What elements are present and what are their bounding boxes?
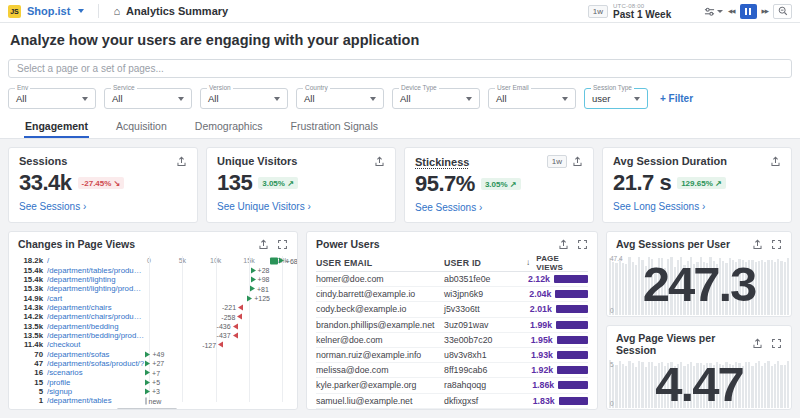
filter-dropdown-session-type[interactable]: Session Typeuser <box>584 88 648 109</box>
see-link[interactable]: See Sessions <box>415 202 482 213</box>
user-id-cell: dkfixgxsf <box>444 396 526 406</box>
page-views-count: 1 <box>17 396 43 405</box>
filter-dropdown-version[interactable]: VersionAll <box>200 88 288 109</box>
chevron-down-icon <box>562 97 568 101</box>
export-icon[interactable] <box>752 239 763 250</box>
filter-dropdown-user-email[interactable]: User EmailAll <box>488 88 576 109</box>
page-views-bar <box>557 366 588 374</box>
page-path-link[interactable]: /cart <box>47 294 145 303</box>
page-path-link[interactable]: /department/chairs/product/? <box>47 312 145 321</box>
pause-button[interactable] <box>740 4 757 19</box>
table-row[interactable]: kelner@doe.com33e00b7c201.95k <box>316 333 588 348</box>
table-row[interactable]: norman.ruiz@example.infou8v3v8xh11.93k <box>316 348 588 363</box>
user-email-cell: samuel.liu@example.net <box>316 396 444 406</box>
expand-icon[interactable] <box>577 239 588 250</box>
page-path-link[interactable]: /department/lighting/product/? <box>47 284 145 293</box>
filter-label: Device Type <box>399 84 439 91</box>
page-path-link[interactable]: / <box>47 256 145 265</box>
arrow-left-icon <box>233 332 238 338</box>
column-header-user-email[interactable]: USER EMAIL <box>316 258 444 268</box>
time-forward-button[interactable]: ▶▶ <box>762 8 768 14</box>
card-title: Avg Session Duration <box>613 155 727 167</box>
change-badge: 3.05% ↗ <box>481 178 521 190</box>
filter-dropdown-service[interactable]: ServiceAll <box>104 88 192 109</box>
filter-bar: EnvAllServiceAllVersionAllCountryAllDevi… <box>0 80 800 115</box>
y-axis-max-label: 47.4 <box>610 255 623 262</box>
table-row[interactable]: melissa@doe.com8ff199cab61.92k <box>316 363 588 378</box>
app-switcher[interactable]: Shop.ist <box>27 5 70 17</box>
page-path-link[interactable]: /department/sofas <box>47 350 145 359</box>
see-link[interactable]: See Long Sessions <box>613 201 705 212</box>
page-path-link[interactable]: /scenarios <box>47 368 145 377</box>
expand-icon[interactable] <box>771 239 782 250</box>
table-row[interactable]: samuel.liu@example.netdkfixgxsf1.83k <box>316 394 588 409</box>
page-path-link[interactable]: /checkout <box>47 340 145 349</box>
export-icon[interactable] <box>752 338 763 349</box>
page-path-link[interactable]: /department/lighting <box>47 275 145 284</box>
changes-in-page-views-panel: Changes in Page Views <box>8 231 298 410</box>
user-id-cell: 33e00b7c20 <box>444 335 526 345</box>
tab-frustration-signals[interactable]: Frustration Signals <box>290 115 380 138</box>
page-path-link[interactable]: /department/tables <box>47 396 145 405</box>
export-icon[interactable] <box>258 239 269 250</box>
user-id-cell: j5v33o6tt <box>444 304 526 314</box>
export-icon[interactable] <box>176 156 187 167</box>
export-icon[interactable] <box>558 239 569 250</box>
page-search-input[interactable] <box>8 59 792 78</box>
change-value: +49 <box>152 351 164 358</box>
table-row[interactable]: brandon.phillips@example.net3uz091wav1.9… <box>316 318 588 333</box>
arrow-right-icon <box>247 295 252 301</box>
change-value: +125 <box>254 295 270 302</box>
time-range-picker[interactable]: UTC-08:00 Past 1 Week <box>613 3 699 20</box>
see-link[interactable]: See Sessions <box>19 201 86 212</box>
tab-demographics[interactable]: Demographics <box>194 115 264 138</box>
column-header-user-id[interactable]: USER ID <box>444 258 526 268</box>
expand-icon[interactable] <box>771 338 782 349</box>
filter-dropdown-env[interactable]: EnvAll <box>8 88 96 109</box>
chevron-down-icon <box>466 97 472 101</box>
filter-dropdown-device-type[interactable]: Device TypeAll <box>392 88 480 109</box>
table-row[interactable]: homer@doe.comab0351fe0e2.12k <box>316 272 588 287</box>
user-email-cell: melissa@doe.com <box>316 365 444 375</box>
table-header: USER EMAIL USER ID ↓ PAGE VIEWS <box>316 254 588 272</box>
page-path-link[interactable]: /department/tables/product/? <box>47 266 145 275</box>
column-header-page-views[interactable]: ↓ PAGE VIEWS <box>526 254 588 272</box>
see-link[interactable]: See Unique Visitors <box>217 201 311 212</box>
page-path-link[interactable]: /department/bedding <box>47 322 145 331</box>
arrow-left-icon <box>218 342 223 348</box>
export-icon[interactable] <box>374 156 385 167</box>
export-icon[interactable] <box>770 156 781 167</box>
page-views-count: 13.5k <box>17 331 43 340</box>
chevron-down-icon[interactable] <box>78 9 84 13</box>
panel-title: Changes in Page Views <box>18 238 135 250</box>
time-settings-button[interactable] <box>704 6 723 17</box>
page-path-link[interactable]: /department/bedding/product/? <box>47 331 145 340</box>
filter-dropdown-country[interactable]: CountryAll <box>296 88 384 109</box>
horizontal-scrollbar[interactable] <box>117 408 177 410</box>
filter-value: All <box>400 93 411 104</box>
filter-value: All <box>112 93 123 104</box>
filter-label: Service <box>111 84 137 91</box>
page-views-count: 16 <box>17 368 43 377</box>
top-bar: JS Shop.ist ⌂ Analytics Summary 1w UTC-0… <box>0 0 800 23</box>
table-row[interactable]: kyle.parker@example.orgra8ahqoqg1.86k <box>316 378 588 393</box>
arrow-right-icon <box>145 379 150 385</box>
page-path-link[interactable]: /department/sofas/product/? <box>47 359 145 368</box>
table-row[interactable]: cindy.barrett@example.iowi3jpn6k92.04k <box>316 287 588 302</box>
tab-engagement[interactable]: Engagement <box>24 115 89 138</box>
add-filter-button[interactable]: + Filter <box>660 93 693 104</box>
page-views-row: 16/scenarios+7 <box>17 368 289 377</box>
page-path-link[interactable]: /department/chairs <box>47 303 145 312</box>
change-value: -221 <box>222 304 236 311</box>
zoom-out-button[interactable] <box>773 4 792 19</box>
page-path-link[interactable]: /profile <box>47 378 145 387</box>
page-views-row: 13.5k/department/bedding-436 <box>17 321 289 330</box>
page-views-row: 15.3k/department/lighting/product/?+81 <box>17 284 289 293</box>
expand-icon[interactable] <box>277 239 288 250</box>
page-views-cell: 1.99k <box>526 320 588 330</box>
page-path-link[interactable]: /signup <box>47 387 145 396</box>
time-rewind-button[interactable]: ◀◀ <box>728 8 734 14</box>
tab-acquisition[interactable]: Acquisition <box>115 115 168 138</box>
export-icon[interactable] <box>572 156 583 167</box>
table-row[interactable]: cody.beck@example.ioj5v33o6tt2.01k <box>316 302 588 317</box>
